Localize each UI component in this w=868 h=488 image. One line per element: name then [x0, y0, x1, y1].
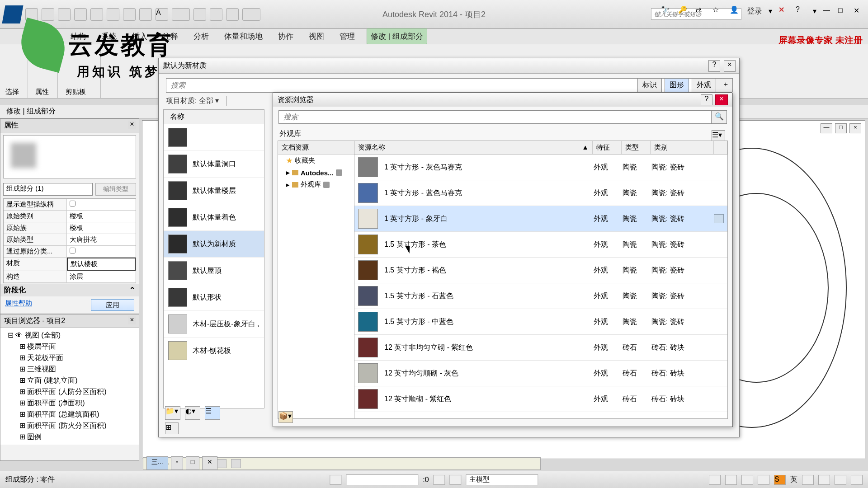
qat-btn[interactable] [90, 8, 103, 21]
tree-node[interactable]: ⊞ 图例 [3, 432, 136, 443]
material-tab[interactable]: 图形 [665, 78, 689, 92]
save-button[interactable] [42, 8, 54, 21]
dimension-button[interactable] [139, 8, 152, 21]
worksets-button[interactable] [330, 475, 341, 485]
asset-row[interactable]: 1 英寸方形 - 灰色马赛克外观陶瓷陶瓷: 瓷砖 [354, 155, 727, 180]
duplicate-material-button[interactable]: ◐▾ [185, 406, 200, 420]
view-mode-toggle[interactable]: ☰▾ [712, 130, 725, 141]
apply-button[interactable]: 应用 [91, 299, 134, 311]
property-value[interactable] [67, 246, 136, 257]
phasing-section-header[interactable]: 阶段化⌃ [0, 284, 139, 296]
search-icon[interactable]: 🔍 [712, 110, 727, 124]
qat-btn[interactable] [107, 8, 119, 21]
ribbon-tab[interactable]: 管理 [336, 29, 359, 44]
material-list-item[interactable]: 默认体量楼层 [164, 178, 264, 204]
property-value[interactable]: 默认楼板 [67, 258, 136, 271]
tree-node[interactable]: ⊞ 面积平面 (总建筑面积) [3, 409, 136, 420]
asset-browser-titlebar[interactable]: 资源浏览器 ? × [273, 93, 732, 107]
text-button[interactable]: A [156, 8, 168, 21]
material-tab[interactable]: 外观 [692, 78, 716, 92]
material-list-item[interactable]: 默认形状 [164, 284, 264, 311]
properties-help-link[interactable]: 属性帮助 [5, 299, 32, 311]
3d-view-button[interactable] [172, 8, 190, 21]
close-icon[interactable]: × [128, 121, 136, 129]
close-x-icon[interactable]: ✕ [778, 5, 789, 16]
property-value[interactable]: 楼板 [67, 211, 136, 222]
minimize-button[interactable]: — [823, 6, 832, 15]
app-menu-icon[interactable] [2, 5, 23, 23]
add-tab-button[interactable]: + [719, 78, 733, 92]
ime-button[interactable] [802, 475, 814, 485]
binoculars-icon[interactable]: 🔭 [661, 5, 672, 16]
asset-row[interactable]: 1.5 英寸方形 - 褐色外观陶瓷陶瓷: 瓷砖 [354, 258, 727, 283]
close-button[interactable]: × [715, 94, 728, 105]
view-minimize-button[interactable]: — [821, 123, 832, 133]
col-category[interactable]: 类别 [651, 141, 714, 154]
ime-button[interactable] [835, 475, 846, 485]
project-browser-tree[interactable]: ⊟ 👁 视图 (全部) ⊞ 楼层平面⊞ 天花板平面⊞ 三维视图⊞ 立面 (建筑立… [0, 328, 139, 445]
asset-table[interactable]: 资源名称▲ 特征 类型 类别 1 英寸方形 - 灰色马赛克外观陶瓷陶瓷: 瓷砖1… [354, 141, 728, 419]
close-button[interactable]: × [724, 60, 736, 72]
asset-row[interactable]: 1 英寸方形 - 蓝色马赛克外观陶瓷陶瓷: 瓷砖 [354, 180, 727, 206]
expand-panel-button[interactable]: ⊞ [165, 422, 179, 434]
asset-row[interactable]: 12 英寸非均匀立砌 - 紫红色外观砖石砖石: 砖块 [354, 335, 727, 361]
material-search-input[interactable] [166, 78, 715, 93]
shadows-button[interactable] [217, 459, 226, 468]
tree-node[interactable]: ⊞ 天花板平面 [3, 352, 136, 364]
tree-node[interactable]: ⊞ 立面 (建筑立面) [3, 375, 136, 386]
asset-row[interactable]: 12 英寸顺砌 - 紫红色外观砖石砖石: 砖块 [354, 386, 727, 412]
close-button[interactable]: ✕ [854, 6, 863, 15]
view-tab-button[interactable]: □ [186, 456, 199, 470]
close-hidden-button[interactable] [226, 8, 239, 21]
tree-node[interactable]: ⊞ 面积平面 (净面积) [3, 398, 136, 409]
section-button[interactable] [193, 8, 206, 21]
help-button[interactable]: ? [701, 94, 712, 105]
property-value[interactable]: 楼板 [67, 222, 136, 234]
help-button[interactable]: ? [708, 60, 720, 72]
ime-indicator[interactable]: S [774, 475, 786, 485]
undo-button[interactable] [58, 8, 71, 21]
ribbon-tab[interactable]: 协作 [274, 29, 297, 44]
appearance-library-node[interactable]: ▸外观库 [278, 178, 354, 191]
maximize-button[interactable]: □ [838, 6, 847, 15]
doc-assets-node[interactable]: 文档资源 [278, 141, 354, 155]
asset-search-input[interactable] [278, 110, 712, 124]
signin-link[interactable]: 登录 [747, 6, 762, 16]
ribbon-tab[interactable]: 分析 [190, 29, 212, 44]
type-selector-dropdown[interactable]: 组成部分 (1) [3, 183, 93, 196]
material-dialog-titlebar[interactable]: 默认为新材质 ? × [159, 58, 739, 74]
ime-button[interactable] [851, 475, 863, 485]
asset-library-tree[interactable]: 文档资源 收藏夹 ▸Autodes... ▸外观库 [278, 141, 354, 419]
tree-root[interactable]: ⊟ 👁 视图 (全部) [3, 330, 136, 341]
tree-node[interactable]: ⊞ 三维视图 [3, 364, 136, 375]
view-restore-button[interactable]: □ [835, 123, 847, 133]
view-tab-close[interactable]: ✕ [202, 456, 217, 470]
property-value[interactable]: 涂层 [67, 271, 136, 282]
material-list-item[interactable]: 默认为新材质 [164, 231, 264, 258]
material-list-item[interactable]: 木材-层压板-象牙白 , [164, 311, 264, 338]
col-type[interactable]: 类型 [622, 141, 651, 154]
redo-button[interactable] [74, 8, 87, 21]
crop-button[interactable] [231, 459, 241, 468]
ribbon-tab[interactable]: 修改 | 组成部分 [367, 28, 427, 44]
material-list[interactable]: 名称 默认体量洞口默认体量楼层默认体量着色默认为新材质默认屋顶默认形状木材-层压… [163, 109, 264, 408]
ribbon-tab[interactable]: 体量和场地 [221, 29, 266, 44]
asset-row[interactable]: 1.5 英寸方形 - 石蓝色外观陶瓷陶瓷: 瓷砖 [354, 283, 727, 309]
main-model-input[interactable] [466, 474, 538, 485]
ribbon-tab[interactable]: 视图 [305, 29, 328, 44]
property-value[interactable] [67, 199, 136, 210]
material-list-item[interactable]: 默认体量洞口 [164, 151, 264, 178]
active-view-tab[interactable]: 三... [146, 456, 168, 470]
material-tab[interactable]: 标识 [637, 78, 662, 92]
select-links-toggle[interactable] [709, 475, 721, 485]
list-view-button[interactable]: ☰ [205, 406, 220, 420]
asset-row[interactable]: 1 英寸方形 - 象牙白外观陶瓷陶瓷: 瓷砖 [354, 206, 727, 232]
measure-button[interactable] [123, 8, 136, 21]
filter-button[interactable] [434, 475, 445, 485]
new-material-button[interactable]: 📁▾ [165, 406, 180, 420]
material-list-item[interactable]: 默认体量着色 [164, 204, 264, 231]
view-tab-button[interactable]: ▫ [171, 456, 183, 470]
favorites-node[interactable]: 收藏夹 [278, 155, 354, 167]
close-icon[interactable]: × [128, 316, 136, 324]
edit-type-button[interactable]: 编辑类型 [95, 183, 136, 196]
